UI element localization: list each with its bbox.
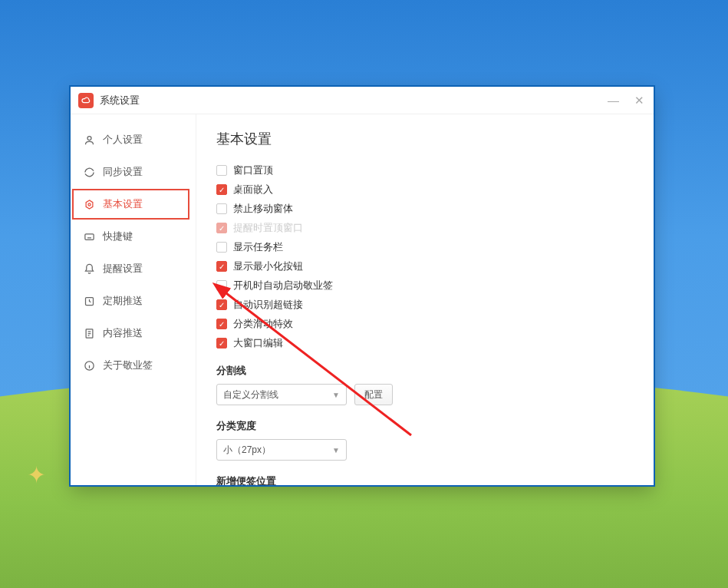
checkbox[interactable]: ✓ [216,319,227,329]
checkbox-label: 提醒时置顶窗口 [233,221,303,235]
checkbox-label: 分类滑动特效 [233,317,293,331]
bell-icon [83,263,95,275]
sidebar-item-label: 个人设置 [103,133,143,147]
checkbox[interactable]: ✓ [216,184,227,195]
sidebar-item-sync[interactable]: 同步设置 [71,156,196,188]
select-value: 小（27px） [223,444,271,457]
person-icon [83,134,95,146]
sidebar-item-about[interactable]: 关于敬业签 [71,349,196,382]
checkbox-row: ✓显示最小化按钮 [216,259,634,273]
decorative-star: ✦ [27,461,46,488]
titlebar: 系统设置 — ✕ [71,87,654,114]
sidebar-item-label: 关于敬业签 [103,358,153,372]
category-width-select[interactable]: 小（27px） ▼ [216,439,347,461]
checkbox-row: ✓分类滑动特效 [216,317,634,331]
app-icon [78,93,94,108]
checkbox-label: 窗口置顶 [233,164,273,177]
content-panel: 基本设置 窗口置顶✓桌面嵌入禁止移动窗体✓提醒时置顶窗口显示任务栏✓显示最小化按… [196,114,654,485]
svg-point-0 [87,136,91,140]
sync-icon [83,167,95,178]
sidebar-item-label: 提醒设置 [103,262,143,276]
checkbox-row: ✓大窗口编辑 [216,336,634,350]
divider-select[interactable]: 自定义分割线 ▼ [216,384,347,405]
keyboard-icon [83,231,95,243]
clock-icon [83,296,95,307]
divider-label: 分割线 [216,364,634,378]
svg-rect-3 [84,233,93,239]
config-button[interactable]: 配置 [354,384,393,405]
sidebar-item-basic[interactable]: 基本设置 [71,188,196,220]
sidebar: 个人设置 同步设置 基本设置 快捷键 提醒设置 定期推送 [71,114,196,485]
gear-icon [83,199,95,210]
sidebar-item-shortcut[interactable]: 快捷键 [71,220,196,253]
checkbox-label: 禁止移动窗体 [233,202,293,216]
checkbox-row: ✓提醒时置顶窗口 [216,221,634,235]
sidebar-item-label: 基本设置 [103,197,143,211]
category-width-label: 分类宽度 [216,419,634,433]
new-note-position-label: 新增便签位置 [216,474,634,485]
minimize-button[interactable]: — [604,92,622,109]
sidebar-item-content-push[interactable]: 内容推送 [71,317,196,349]
checkbox[interactable]: ✓ [216,338,227,349]
sidebar-item-label: 同步设置 [103,165,143,179]
checkbox-label: 显示任务栏 [233,240,283,254]
checkbox-row: 开机时自动启动敬业签 [216,279,634,292]
sidebar-item-personal[interactable]: 个人设置 [71,124,196,156]
sidebar-item-label: 内容推送 [103,326,143,340]
select-value: 自定义分割线 [223,388,278,401]
checkbox-label: 大窗口编辑 [233,336,283,350]
checkbox-row: ✓自动识别超链接 [216,298,634,312]
svg-marker-1 [86,200,93,208]
checkbox-label: 桌面嵌入 [233,183,273,197]
sidebar-item-periodic[interactable]: 定期推送 [71,285,196,317]
checkbox-row: 窗口置顶 [216,164,634,177]
checkbox-label: 显示最小化按钮 [233,259,303,273]
chevron-down-icon: ▼ [332,391,340,399]
checkbox-row: ✓桌面嵌入 [216,183,634,197]
window-title: 系统设置 [100,94,604,107]
sidebar-item-label: 快捷键 [103,230,133,243]
checkbox[interactable]: ✓ [216,261,227,272]
checkbox-row: 显示任务栏 [216,240,634,254]
checkbox[interactable] [216,203,227,214]
sidebar-item-reminder[interactable]: 提醒设置 [71,253,196,285]
close-button[interactable]: ✕ [631,92,647,109]
info-icon [83,360,95,372]
checkbox-row: 禁止移动窗体 [216,202,634,216]
svg-point-2 [87,203,90,205]
checkbox[interactable] [216,165,227,176]
chevron-down-icon: ▼ [332,446,340,454]
checkbox-label: 开机时自动启动敬业签 [233,279,333,292]
checkbox[interactable] [216,280,227,291]
checkbox[interactable]: ✓ [216,299,227,310]
document-icon [83,328,95,339]
checkbox: ✓ [216,223,227,233]
page-title: 基本设置 [216,130,634,148]
checkbox[interactable] [216,242,227,253]
sidebar-item-label: 定期推送 [103,294,143,308]
checkbox-label: 自动识别超链接 [233,298,303,312]
settings-window: 系统设置 — ✕ 个人设置 同步设置 基本设置 快捷键 [71,87,654,485]
